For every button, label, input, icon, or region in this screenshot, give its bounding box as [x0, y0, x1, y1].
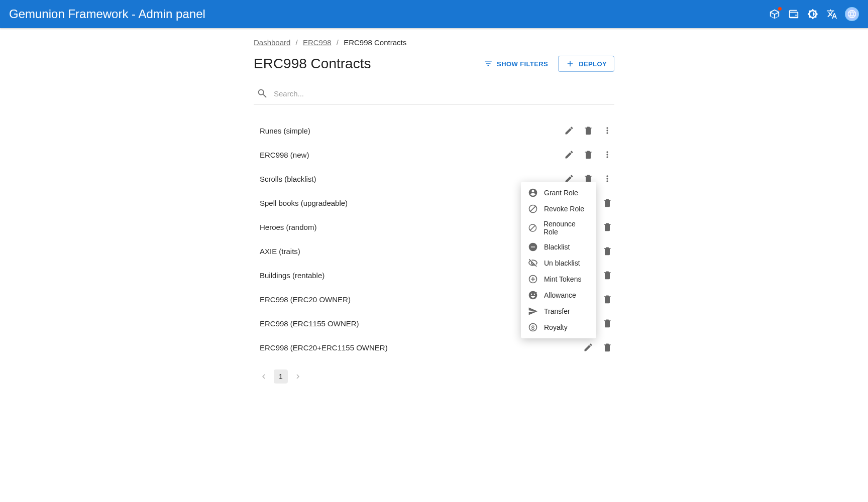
- wallet-icon[interactable]: [788, 8, 800, 20]
- delete-icon[interactable]: [600, 244, 614, 258]
- pagination-prev[interactable]: [257, 369, 271, 384]
- delete-icon[interactable]: [600, 316, 614, 330]
- more-icon[interactable]: [600, 172, 614, 186]
- list-item-actions: [562, 123, 614, 138]
- delete-icon[interactable]: [600, 220, 614, 234]
- show-filters-button[interactable]: Show Filters: [479, 56, 553, 72]
- send-icon: [528, 306, 538, 316]
- menu-item[interactable]: Renounce Role: [521, 217, 596, 239]
- menu-item-label: Blacklist: [544, 243, 570, 251]
- list-item: ERC998 (new): [254, 143, 614, 167]
- menu-item[interactable]: Transfer: [521, 303, 596, 319]
- block-icon: [528, 223, 537, 233]
- app-title: Gemunion Framework - Admin panel: [9, 7, 769, 21]
- plus-icon: [566, 59, 575, 68]
- menu-item[interactable]: Mint Tokens: [521, 271, 596, 287]
- edit-icon[interactable]: [562, 148, 576, 162]
- delete-icon-svg: [602, 342, 612, 352]
- show-filters-label: Show Filters: [497, 60, 548, 68]
- delete-icon-svg: [602, 270, 612, 280]
- avatar[interactable]: [845, 7, 859, 21]
- delete-icon-svg: [602, 318, 612, 328]
- chevron-left-icon: [259, 372, 268, 381]
- edit-icon-svg: [564, 150, 574, 160]
- breadcrumb-erc998[interactable]: ERC998: [303, 38, 332, 47]
- visibility-off-icon: [528, 258, 538, 268]
- more-icon-svg: [602, 150, 612, 160]
- more-icon[interactable]: [600, 148, 614, 162]
- context-menu: Grant RoleRevoke RoleRenounce RoleBlackl…: [521, 182, 596, 338]
- list-item-label: ERC998 (new): [260, 151, 562, 159]
- menu-item-label: Mint Tokens: [544, 275, 581, 283]
- deploy-button[interactable]: Deploy: [558, 56, 614, 72]
- menu-item-label: Grant Role: [544, 189, 578, 197]
- paid-icon: [528, 322, 538, 332]
- menu-item[interactable]: Un blacklist: [521, 255, 596, 271]
- language-icon[interactable]: [826, 8, 838, 20]
- menu-item-label: Revoke Role: [544, 205, 584, 213]
- delete-icon[interactable]: [600, 340, 614, 354]
- app-bar: Gemunion Framework - Admin panel: [0, 0, 868, 28]
- breadcrumb-dashboard[interactable]: Dashboard: [254, 38, 290, 47]
- search-box: [254, 83, 614, 104]
- edit-icon-svg: [583, 342, 593, 352]
- menu-item[interactable]: Revoke Role: [521, 201, 596, 217]
- pagination-page[interactable]: 1: [274, 369, 288, 384]
- deploy-label: Deploy: [579, 60, 607, 68]
- menu-item-label: Royalty: [544, 323, 568, 331]
- delete-icon[interactable]: [600, 268, 614, 282]
- delete-icon-svg: [583, 126, 593, 136]
- block-icon: [528, 204, 538, 214]
- appbar-icons: [769, 7, 859, 21]
- page-title: ERC998 Contracts: [254, 56, 479, 72]
- add-circle-icon: [528, 274, 538, 284]
- delete-icon[interactable]: [581, 148, 595, 162]
- menu-item-label: Un blacklist: [544, 259, 580, 267]
- menu-item[interactable]: Grant Role: [521, 185, 596, 201]
- menu-item[interactable]: Allowance: [521, 287, 596, 303]
- delete-icon[interactable]: [600, 292, 614, 306]
- search-icon: [257, 88, 268, 99]
- delete-icon-svg: [602, 222, 612, 232]
- page-header: ERC998 Contracts Show Filters Deploy: [254, 56, 614, 72]
- list-item-actions: [562, 148, 614, 162]
- menu-item[interactable]: Royalty: [521, 319, 596, 335]
- breadcrumb-current: ERC998 Contracts: [344, 38, 406, 47]
- network-icon[interactable]: [769, 8, 781, 20]
- theme-toggle-icon[interactable]: [807, 8, 819, 20]
- delete-icon-svg: [602, 294, 612, 304]
- menu-item[interactable]: Blacklist: [521, 239, 596, 255]
- delete-icon-svg: [602, 246, 612, 256]
- search-input[interactable]: [274, 89, 611, 98]
- list-item-label: ERC998 (ERC20+ERC1155 OWNER): [260, 343, 581, 352]
- account-icon: [528, 188, 538, 198]
- emoji-icon: [528, 290, 538, 300]
- menu-item-label: Allowance: [544, 291, 576, 299]
- edit-icon[interactable]: [562, 123, 576, 138]
- list-item-label: Runes (simple): [260, 127, 562, 135]
- more-icon-svg: [602, 126, 612, 136]
- list-item-label: Scrolls (blacklist): [260, 175, 562, 183]
- edit-icon-svg: [564, 126, 574, 136]
- more-icon-svg: [602, 174, 612, 184]
- edit-icon[interactable]: [581, 340, 595, 354]
- notification-dot-icon: [778, 7, 782, 11]
- breadcrumb: Dashboard / ERC998 / ERC998 Contracts: [254, 38, 614, 47]
- list-item-actions: [581, 340, 614, 354]
- menu-item-label: Renounce Role: [544, 220, 589, 236]
- menu-item-label: Transfer: [544, 307, 570, 315]
- breadcrumb-separator: /: [296, 38, 298, 47]
- breadcrumb-separator: /: [337, 38, 339, 47]
- pagination: 1: [254, 369, 614, 384]
- delete-icon-svg: [602, 198, 612, 208]
- remove-circle-icon: [528, 242, 538, 252]
- more-icon[interactable]: [600, 123, 614, 138]
- delete-icon[interactable]: [600, 196, 614, 210]
- pagination-next[interactable]: [291, 369, 305, 384]
- filter-icon: [484, 59, 493, 68]
- delete-icon-svg: [583, 150, 593, 160]
- delete-icon[interactable]: [581, 123, 595, 138]
- list-item: Runes (simple): [254, 118, 614, 143]
- chevron-right-icon: [293, 372, 302, 381]
- list-item: ERC998 (ERC20+ERC1155 OWNER): [254, 335, 614, 359]
